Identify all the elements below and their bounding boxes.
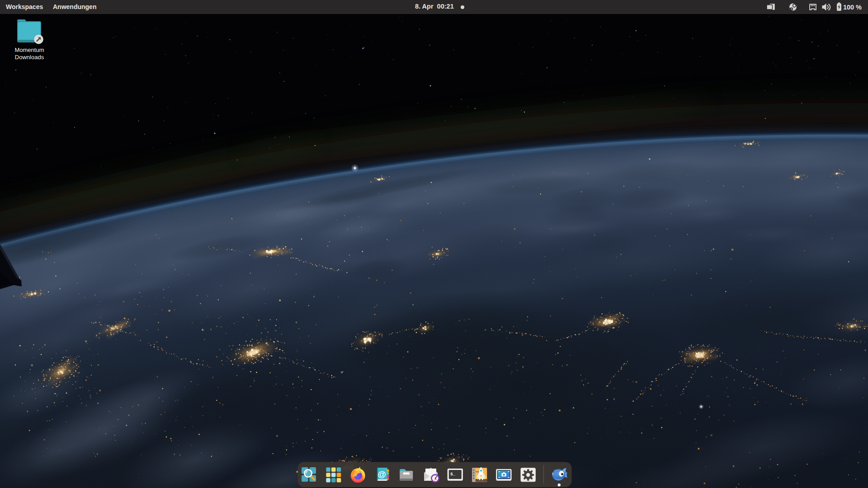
svg-text:100 %: 100 % <box>843 4 862 11</box>
svg-text:@: @ <box>377 469 386 479</box>
svg-text:$_: $_ <box>450 471 455 476</box>
